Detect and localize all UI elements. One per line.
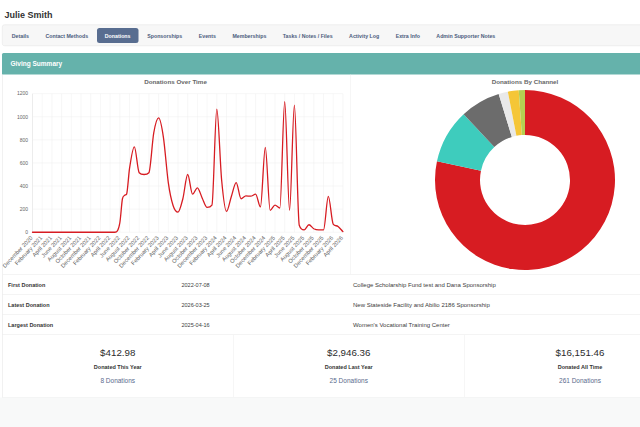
svg-text:1200: 1200 (17, 90, 28, 96)
svg-text:800: 800 (20, 137, 29, 143)
svg-text:0: 0 (25, 229, 28, 235)
svg-text:200: 200 (20, 206, 29, 212)
svg-text:Donations By Channel: Donations By Channel (492, 78, 559, 85)
svg-text:Donations Over Time: Donations Over Time (144, 78, 207, 85)
svg-text:400: 400 (20, 183, 29, 189)
svg-text:1000: 1000 (17, 114, 28, 120)
svg-text:600: 600 (20, 160, 29, 166)
